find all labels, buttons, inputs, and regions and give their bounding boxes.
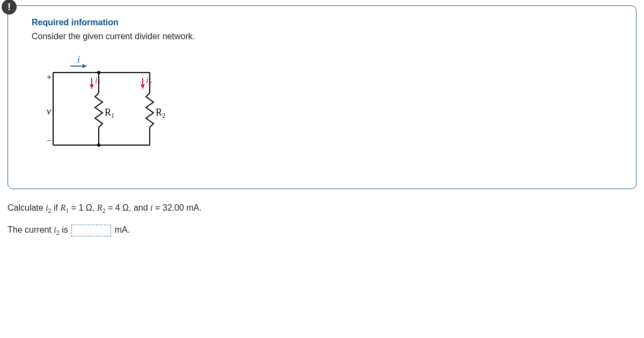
answer-unit: mA.	[115, 225, 130, 234]
heading-required-info: Required information	[32, 18, 618, 27]
question-text: Calculate i2 if R1 = 1 Ω, R2 = 4 Ω, and …	[8, 203, 636, 215]
label-i2: i2	[146, 75, 152, 87]
label-minus: −	[47, 136, 52, 145]
label-plus: +	[47, 73, 52, 82]
answer-line: The current i2 is mA.	[8, 225, 636, 237]
intro-text: Consider the given current divider netwo…	[32, 32, 618, 41]
label-i: i	[77, 54, 80, 65]
svg-marker-13	[141, 84, 145, 89]
info-card: ! Required information Consider the give…	[8, 5, 636, 189]
answer-input[interactable]	[71, 225, 111, 236]
svg-point-10	[97, 143, 100, 147]
svg-point-6	[97, 71, 100, 74]
alert-icon: !	[2, 0, 17, 15]
svg-marker-8	[90, 84, 94, 89]
label-R2: R2	[156, 107, 165, 119]
circuit-diagram: i + v − i1 R1	[37, 51, 618, 166]
label-v: v	[47, 106, 51, 117]
label-R1: R1	[105, 107, 114, 119]
svg-marker-2	[83, 64, 86, 68]
label-i1: i1	[95, 75, 101, 87]
